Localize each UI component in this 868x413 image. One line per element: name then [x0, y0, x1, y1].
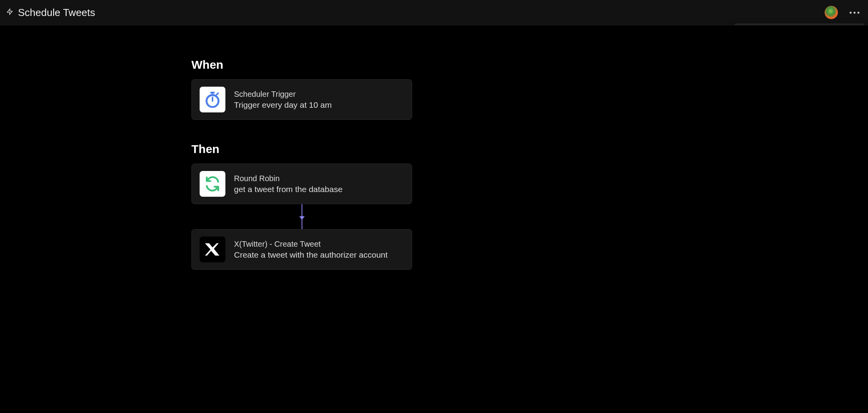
trigger-card[interactable]: Scheduler Trigger Trigger every day at 1…	[191, 79, 412, 120]
when-section-label: When	[191, 58, 412, 71]
more-menu-button[interactable]	[847, 9, 862, 16]
then-section: Then Round Robin get a tweet from the da…	[191, 142, 412, 270]
card-description: get a tweet from the database	[234, 185, 343, 194]
card-description: Create a tweet with the authorizer accou…	[234, 250, 388, 260]
card-texts: X(Twitter) - Create Tweet Create a tweet…	[234, 240, 388, 260]
bolt-icon	[6, 7, 13, 18]
svg-rect-3	[210, 92, 215, 94]
workflow-canvas[interactable]: When Scheduler Trigger Trigger every day…	[0, 25, 868, 413]
refresh-icon	[200, 171, 225, 197]
header-right	[825, 6, 862, 19]
stopwatch-icon	[200, 87, 225, 112]
svg-marker-0	[7, 9, 13, 15]
card-title: Scheduler Trigger	[234, 90, 332, 99]
card-description: Trigger every day at 10 am	[234, 100, 332, 110]
avatar[interactable]	[825, 6, 838, 19]
page-title: Schedule Tweets	[18, 7, 95, 19]
x-twitter-icon	[200, 237, 225, 262]
card-title: Round Robin	[234, 174, 343, 183]
then-section-label: Then	[191, 142, 412, 156]
card-title: X(Twitter) - Create Tweet	[234, 240, 388, 249]
app-header: Schedule Tweets Edit Run history	[0, 0, 868, 25]
card-texts: Round Robin get a tweet from the databas…	[234, 174, 343, 194]
step-card-round-robin[interactable]: Round Robin get a tweet from the databas…	[191, 164, 412, 204]
workflow-column: When Scheduler Trigger Trigger every day…	[191, 58, 412, 270]
connector-arrow	[302, 204, 302, 229]
svg-line-7	[217, 93, 218, 95]
step-card-x-tweet[interactable]: X(Twitter) - Create Tweet Create a tweet…	[191, 229, 412, 270]
header-left: Schedule Tweets	[6, 7, 95, 19]
card-texts: Scheduler Trigger Trigger every day at 1…	[234, 90, 332, 110]
